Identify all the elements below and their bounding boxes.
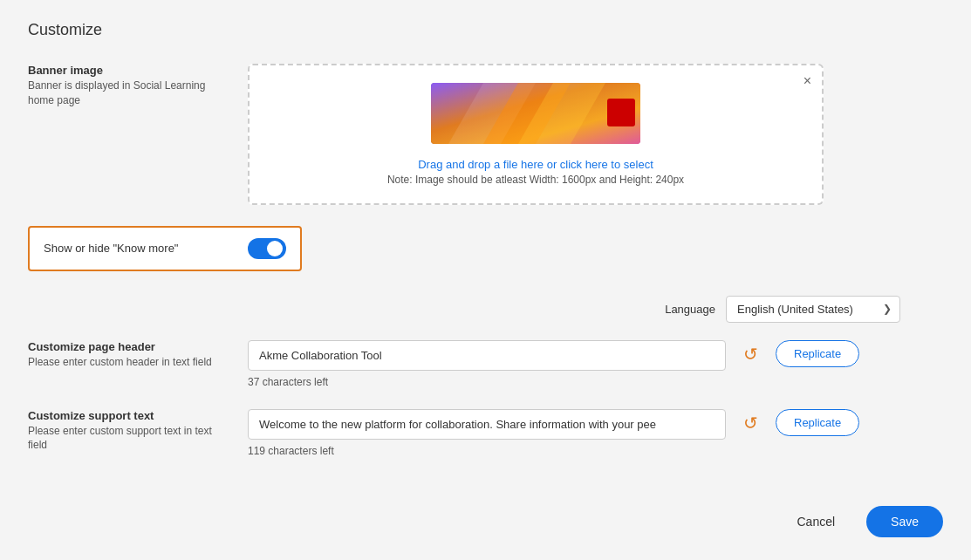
svg-rect-4 xyxy=(607,99,635,126)
reset-support-button[interactable]: ↺ xyxy=(740,409,762,437)
close-icon[interactable]: × xyxy=(803,74,811,88)
page-title: Customize xyxy=(28,21,943,39)
cancel-button[interactable]: Cancel xyxy=(779,506,852,537)
customize-support-label-desc: Please enter custom support text in text… xyxy=(28,424,220,454)
customize-support-input-row: ↺ Replicate xyxy=(248,409,943,440)
upload-note: Note: Image should be atleast Width: 160… xyxy=(387,174,684,186)
toggle-label: Show or hide "Know more" xyxy=(44,242,178,255)
support-chars-left: 119 characters left xyxy=(248,445,943,457)
customize-header-label: Customize page header Please enter custo… xyxy=(28,340,220,370)
header-chars-left: 37 characters left xyxy=(248,376,943,388)
upload-dropzone[interactable]: × xyxy=(248,64,824,205)
bottom-actions: Cancel Save xyxy=(28,492,943,537)
svg-text:Ai: Ai xyxy=(616,106,626,119)
language-label: Language xyxy=(665,303,715,316)
save-button[interactable]: Save xyxy=(866,506,943,537)
toggle-section: Show or hide "Know more" xyxy=(28,226,302,271)
banner-section: Banner image Banner is displayed in Soci… xyxy=(28,64,943,205)
upload-drag-text: Drag and drop a file here or click here … xyxy=(418,156,653,174)
toggle-slider xyxy=(248,238,286,259)
customize-support-label-title: Customize support text xyxy=(28,409,220,422)
customize-support-label: Customize support text Please enter cust… xyxy=(28,409,220,454)
language-row: Language English (United States) French … xyxy=(28,296,900,323)
customize-support-input[interactable] xyxy=(248,409,726,440)
customize-support-section: Customize support text Please enter cust… xyxy=(28,409,943,457)
customize-support-fields: ↺ Replicate 119 characters left xyxy=(248,409,943,457)
language-select-wrapper: English (United States) French (France) … xyxy=(726,296,900,323)
banner-svg: Ai xyxy=(431,83,640,144)
banner-preview-image: Ai xyxy=(431,83,640,144)
customize-header-section: Customize page header Please enter custo… xyxy=(28,340,943,388)
reset-header-button[interactable]: ↺ xyxy=(740,340,762,368)
customize-header-input-row: ↺ Replicate xyxy=(248,340,943,371)
customize-header-fields: ↺ Replicate 37 characters left xyxy=(248,340,943,388)
customize-header-label-desc: Please enter custom header in text field xyxy=(28,355,220,370)
customize-header-input[interactable] xyxy=(248,340,726,371)
banner-label-title: Banner image xyxy=(28,64,220,77)
language-select[interactable]: English (United States) French (France) … xyxy=(726,296,900,323)
banner-upload-area[interactable]: × xyxy=(248,64,943,205)
banner-label-desc: Banner is displayed in Social Learning h… xyxy=(28,79,220,108)
replicate-header-button[interactable]: Replicate xyxy=(776,340,859,367)
replicate-support-button[interactable]: Replicate xyxy=(776,409,859,436)
banner-label: Banner image Banner is displayed in Soci… xyxy=(28,64,220,108)
customize-header-label-title: Customize page header xyxy=(28,340,220,353)
know-more-toggle[interactable] xyxy=(248,238,286,259)
